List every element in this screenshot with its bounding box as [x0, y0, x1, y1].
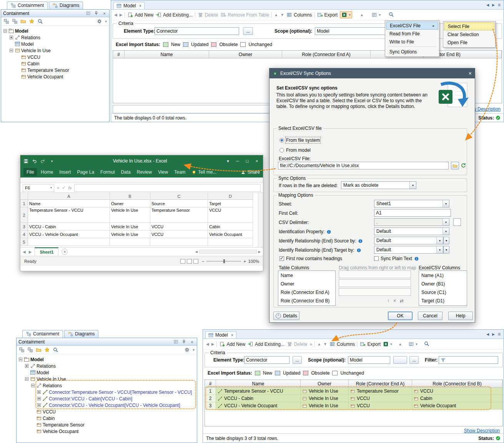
- tree-item-connector-1[interactable]: Connector:Temperature Sensor - VCCU[Temp…: [17, 389, 196, 395]
- open-in-new-tree-icon[interactable]: [36, 347, 42, 353]
- tree-item-model-table[interactable]: Model: [17, 369, 196, 376]
- zoom-slider[interactable]: [206, 261, 241, 262]
- cell-c5[interactable]: [150, 238, 208, 246]
- tab-list-icon[interactable]: ≡: [498, 332, 501, 337]
- radio-from-model[interactable]: From model: [279, 148, 311, 153]
- cell-a5[interactable]: [28, 238, 110, 246]
- expand-all-icon[interactable]: [12, 18, 18, 24]
- collapse-all-icon[interactable]: [19, 347, 25, 353]
- close-icon[interactable]: ×: [189, 339, 195, 345]
- move-down-icon[interactable]: ▼: [323, 342, 327, 346]
- undo-icon[interactable]: [32, 159, 37, 164]
- list-item[interactable]: Role (Connector End A): [279, 288, 335, 297]
- move-up-icon[interactable]: ▲: [317, 342, 321, 346]
- tell-me-box[interactable]: Tell me...: [188, 168, 220, 176]
- back-icon[interactable]: ◀: [206, 342, 209, 346]
- mapping-slot[interactable]: [339, 279, 411, 287]
- checkbox-checked-icon[interactable]: [279, 256, 284, 261]
- quick-access-caret-icon[interactable]: ▾: [49, 159, 55, 163]
- close-tab-icon[interactable]: ×: [139, 3, 141, 8]
- zoom-slider-thumb[interactable]: [223, 259, 225, 263]
- tree-item-vehicle-in-use[interactable]: Vehicle In Use: [2, 47, 108, 54]
- window-list-icon[interactable]: [173, 339, 179, 345]
- csv-delimiter-combo[interactable]: ,▾: [374, 218, 449, 226]
- search-button[interactable]: [388, 12, 394, 18]
- map-remove-icon[interactable]: ×: [393, 298, 396, 304]
- show-description-link[interactable]: Show Description: [464, 428, 500, 433]
- expander-plus-icon[interactable]: [37, 390, 41, 394]
- collapse-criteria-icon[interactable]: ▲: [398, 342, 402, 346]
- search-icon[interactable]: [37, 18, 43, 24]
- search-button[interactable]: [424, 341, 429, 348]
- col-number[interactable]: #: [205, 380, 216, 387]
- sheet-next-icon[interactable]: ▶: [29, 250, 32, 254]
- col-name[interactable]: Name: [125, 51, 209, 58]
- formula-input[interactable]: [74, 184, 261, 192]
- tab-containment[interactable]: Containment: [22, 330, 63, 338]
- share-button[interactable]: Share: [241, 169, 260, 175]
- tab-model[interactable]: Model ×: [205, 331, 236, 338]
- settings-gear-icon[interactable]: [96, 18, 102, 24]
- name-cell[interactable]: VCCU - Cabin: [216, 395, 301, 402]
- role-a-cell[interactable]: Temperature Sensor: [349, 388, 412, 395]
- expander-plus-icon[interactable]: [10, 36, 13, 39]
- row-header[interactable]: 3: [20, 223, 28, 231]
- tree-item-temperature-sensor[interactable]: Temperature Sensor: [2, 67, 108, 73]
- mapping-slot[interactable]: [339, 270, 411, 278]
- cell-d5[interactable]: [208, 238, 253, 246]
- close-icon[interactable]: ×: [101, 11, 107, 16]
- add-new-button[interactable]: Add New: [219, 341, 245, 347]
- cell-d3[interactable]: Cabin: [208, 223, 253, 231]
- sync-plain-text-checkbox[interactable]: Sync Plain Text: [374, 256, 419, 261]
- view-options-button[interactable]: ▾: [371, 12, 381, 18]
- hscroll-right-icon[interactable]: ▶: [258, 250, 261, 254]
- role-b-cell[interactable]: Cabin: [412, 395, 502, 402]
- col-owner[interactable]: Owner: [209, 51, 282, 58]
- column-header-a[interactable]: A: [28, 193, 110, 200]
- radio-icon[interactable]: [279, 148, 284, 153]
- first-cell-input[interactable]: A1: [374, 209, 451, 217]
- cell-b2[interactable]: Vehicle In Use: [110, 207, 150, 223]
- col-role-b[interactable]: Role (Connector End B): [412, 380, 502, 387]
- gear-caret-icon[interactable]: ▾: [193, 348, 195, 352]
- reload-file-button[interactable]: [461, 163, 466, 169]
- list-item[interactable]: Role (Connector End B): [279, 297, 335, 305]
- expander-plus-icon[interactable]: [25, 364, 28, 368]
- list-item[interactable]: Name (A1): [419, 271, 466, 280]
- search-icon[interactable]: [53, 347, 58, 353]
- element-type-browse-button[interactable]: ...: [243, 27, 253, 35]
- add-existing-button[interactable]: Add Existing...: [248, 341, 284, 347]
- normal-view-icon[interactable]: [180, 259, 185, 264]
- owner-cell[interactable]: Vehicle In Use: [301, 402, 349, 410]
- excel-csv-menu-button[interactable]: ▾: [383, 341, 392, 347]
- maximize-icon[interactable]: □: [244, 159, 250, 163]
- back-icon[interactable]: ◀: [114, 13, 117, 17]
- column-header-c[interactable]: C: [150, 193, 208, 200]
- scope-input[interactable]: Model: [315, 27, 386, 35]
- toolbar-overflow-icon[interactable]: »: [310, 342, 313, 347]
- ribbon-display-options-icon[interactable]: ▾: [225, 159, 231, 164]
- tab-list-icon[interactable]: ≡: [498, 2, 501, 8]
- cell-a1[interactable]: Name: [28, 200, 110, 207]
- expander-minus-icon[interactable]: [25, 377, 28, 381]
- expander-minus-icon[interactable]: [19, 358, 22, 361]
- info-icon[interactable]: [326, 229, 331, 234]
- name-cell[interactable]: VCCU - Vehicle Occupant: [216, 402, 301, 410]
- redo-icon[interactable]: [40, 159, 45, 164]
- cell-a2[interactable]: Temperature Sensor - VCCU: [28, 207, 110, 223]
- export-button[interactable]: Export: [360, 341, 381, 347]
- tree-item-relations[interactable]: Relations: [17, 363, 196, 369]
- ribbon-tab-file[interactable]: File: [23, 168, 37, 176]
- pin-icon[interactable]: [93, 11, 99, 16]
- expander-minus-icon[interactable]: [3, 29, 7, 33]
- cell-b4[interactable]: Vehicle In Use: [110, 231, 150, 238]
- column-header-d[interactable]: D: [208, 193, 253, 200]
- help-button[interactable]: Help: [448, 312, 473, 320]
- target-by-combo[interactable]: Default▾: [374, 246, 443, 254]
- tab-containment[interactable]: Containment: [7, 2, 48, 9]
- menu-item-open-file[interactable]: Open File: [444, 38, 494, 46]
- add-new-button[interactable]: Add New: [127, 12, 153, 18]
- tab-diagrams[interactable]: Diagrams: [64, 330, 98, 338]
- ribbon-tab-formulas[interactable]: Formul: [97, 168, 118, 176]
- owner-cell[interactable]: Vehicle In Use: [301, 388, 349, 395]
